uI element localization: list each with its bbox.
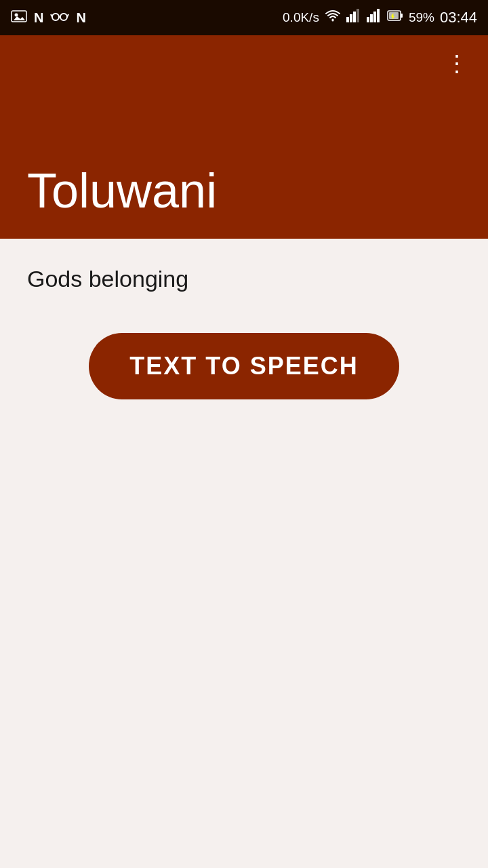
overflow-menu-button[interactable]: ⋮ [440, 46, 474, 80]
main-content: Gods belonging TEXT TO SPEECH [0, 239, 488, 868]
clock: 03:44 [440, 9, 477, 26]
n-icon-1: N [34, 10, 43, 26]
svg-rect-11 [373, 12, 376, 22]
status-bar-right: 0.0K/s [283, 9, 477, 26]
image-icon [11, 9, 27, 26]
svg-rect-9 [367, 17, 369, 22]
svg-point-2 [52, 14, 59, 20]
text-to-speech-button[interactable]: TEXT TO SPEECH [89, 333, 399, 399]
svg-rect-12 [377, 9, 380, 22]
battery-icon [387, 9, 403, 26]
network-speed: 0.0K/s [283, 10, 319, 25]
battery-percent: 59% [409, 10, 434, 25]
status-bar: N N 0.0K/s [0, 0, 488, 35]
wifi-icon [325, 9, 341, 26]
svg-rect-14 [401, 14, 403, 18]
svg-rect-8 [357, 9, 359, 22]
app-title: Toluwani [27, 163, 217, 218]
meaning-text: Gods belonging [27, 266, 461, 292]
svg-rect-6 [350, 14, 352, 22]
signal-icon-2 [367, 9, 382, 26]
app-bar: ⋮ Toluwani [0, 35, 488, 239]
svg-rect-15 [389, 12, 399, 19]
glasses-icon [50, 9, 69, 26]
overflow-menu-icon: ⋮ [445, 50, 469, 76]
svg-rect-7 [353, 12, 356, 22]
status-bar-left: N N [11, 9, 86, 26]
signal-icon-1 [346, 9, 361, 26]
n-icon-2: N [76, 10, 85, 26]
svg-point-1 [15, 13, 18, 16]
app-bar-top: ⋮ [0, 35, 488, 91]
svg-point-4 [331, 20, 333, 22]
app-bar-title-area: Toluwani [0, 91, 488, 239]
svg-rect-10 [370, 14, 373, 22]
svg-point-3 [60, 14, 67, 20]
svg-rect-5 [346, 17, 349, 22]
